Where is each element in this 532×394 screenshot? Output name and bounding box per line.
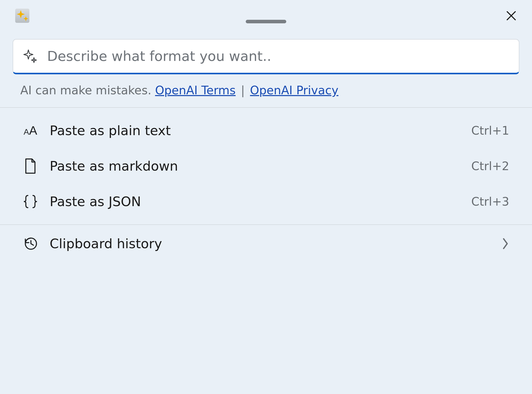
sparkle-icon <box>23 49 37 63</box>
option-shortcut: Ctrl+1 <box>471 124 509 137</box>
advanced-paste-window: AI can make mistakes. OpenAI Terms | Ope… <box>0 0 532 394</box>
braces-icon <box>23 194 38 209</box>
openai-privacy-link[interactable]: OpenAI Privacy <box>250 83 338 97</box>
app-sparkle-icon <box>15 9 29 23</box>
close-button[interactable] <box>503 8 519 24</box>
titlebar <box>0 0 532 31</box>
drag-handle[interactable] <box>246 20 286 23</box>
option-label: Paste as plain text <box>50 123 460 138</box>
separator: | <box>237 83 249 97</box>
option-paste-plain-text[interactable]: AA Paste as plain text Ctrl+1 <box>0 113 532 148</box>
prompt-field[interactable] <box>13 39 519 74</box>
clipboard-history-row[interactable]: Clipboard history <box>0 225 532 262</box>
disclaimer-text: AI can make mistakes. <box>20 83 155 97</box>
ai-disclaimer: AI can make mistakes. OpenAI Terms | Ope… <box>13 83 519 97</box>
option-label: Paste as JSON <box>50 194 460 209</box>
close-icon <box>506 11 516 21</box>
prompt-section: AI can make mistakes. OpenAI Terms | Ope… <box>0 31 532 107</box>
chevron-right-icon <box>502 237 509 250</box>
option-paste-json[interactable]: Paste as JSON Ctrl+3 <box>0 184 532 219</box>
prompt-input[interactable] <box>47 48 509 64</box>
document-icon <box>23 158 38 174</box>
option-shortcut: Ctrl+2 <box>471 159 509 173</box>
clipboard-history-label: Clipboard history <box>50 236 490 251</box>
history-icon <box>23 236 38 251</box>
option-shortcut: Ctrl+3 <box>471 195 509 208</box>
openai-terms-link[interactable]: OpenAI Terms <box>155 83 236 97</box>
option-label: Paste as markdown <box>50 158 460 174</box>
text-format-icon: AA <box>23 123 38 138</box>
paste-options-list: AA Paste as plain text Ctrl+1 Paste as m… <box>0 108 532 224</box>
option-paste-markdown[interactable]: Paste as markdown Ctrl+2 <box>0 148 532 184</box>
